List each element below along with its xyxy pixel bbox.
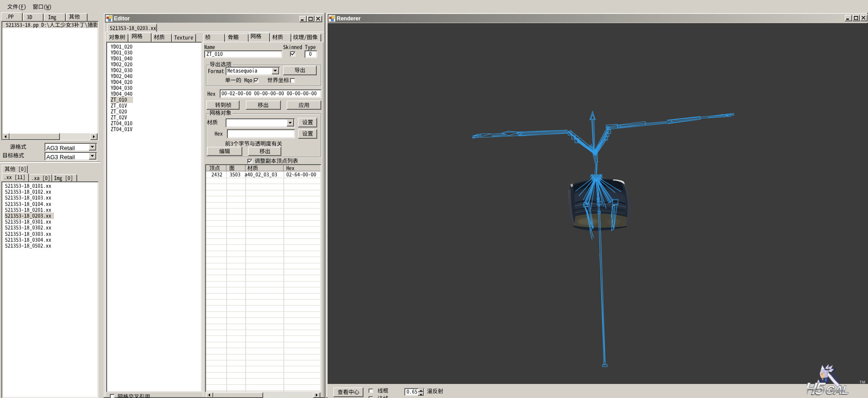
svg-text:H5: H5 [807,379,827,398]
svg-text:TM: TM [859,380,865,384]
svg-text:GAL: GAL [825,383,850,397]
